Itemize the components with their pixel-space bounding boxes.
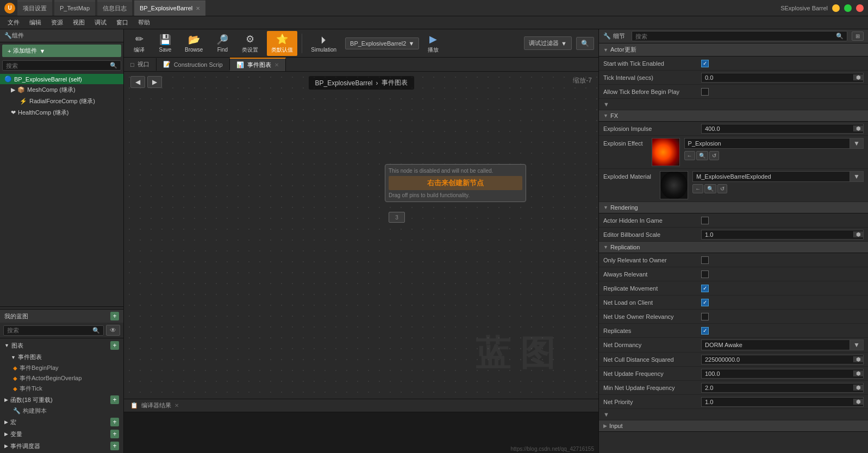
maximize-button[interactable]	[844, 4, 852, 12]
bp-category-macro[interactable]: ▶ 宏 +	[0, 416, 123, 428]
explosion-reset-icon[interactable]: ↺	[709, 151, 719, 160]
rendering-section-header[interactable]: ▼ Rendering	[599, 202, 868, 213]
tab-eventgraph[interactable]: 📊 事件图表 ✕	[230, 58, 286, 71]
browse-button[interactable]: 📂 Browse	[180, 32, 207, 55]
bp-category-eventdispatcher[interactable]: ▶ 事件调度器 +	[0, 440, 123, 452]
material-search-icon[interactable]: 🔍	[704, 184, 716, 193]
input-section-header[interactable]: ▶ Input	[599, 420, 868, 432]
bp-category-graph[interactable]: ▼ 图表 +	[0, 339, 123, 351]
global-search-button[interactable]: 🔍	[576, 37, 594, 50]
minimize-button[interactable]	[832, 4, 840, 12]
tick-interval-input[interactable]	[702, 73, 853, 82]
tab-project[interactable]: 项目设置	[17, 1, 52, 16]
fx-section-header[interactable]: ▼ FX	[599, 110, 868, 122]
min-net-input[interactable]	[702, 383, 853, 392]
net-load-checkbox[interactable]	[701, 299, 709, 306]
bp-category-functions[interactable]: ▶ 函数(18 可重载) +	[0, 394, 123, 406]
tab-barrel[interactable]: BP_ExplosiveBarrel ✕	[134, 1, 205, 16]
always-relevant-checkbox[interactable]	[701, 270, 709, 278]
explosion-search-icon[interactable]: 🔍	[696, 151, 708, 160]
output-close-icon[interactable]: ✕	[174, 402, 179, 408]
net-priority-spin-icon[interactable]: ⬢	[853, 399, 863, 405]
compile-button[interactable]: ✏ 编译	[128, 31, 150, 56]
nav-forward-button[interactable]: ▶	[147, 76, 162, 88]
bp-item-tick[interactable]: ◆ 事件Tick	[0, 383, 123, 394]
actor-hidden-checkbox[interactable]	[701, 217, 709, 224]
explosion-effect-dropdown[interactable]: P_Explosion ▼	[684, 138, 864, 149]
macro-add-button[interactable]: +	[110, 418, 119, 426]
impulse-input[interactable]	[702, 124, 853, 133]
net-priority-input[interactable]	[702, 398, 853, 406]
actor-expand-row[interactable]: ▼	[599, 99, 868, 110]
breadcrumb-root[interactable]: BP_ExplosiveBarrel	[315, 79, 372, 87]
menu-debug[interactable]: 调试	[90, 17, 111, 28]
close-button[interactable]	[856, 4, 864, 12]
replicate-movement-checkbox[interactable]	[701, 285, 709, 292]
bp-category-variables[interactable]: ▶ 变量 +	[0, 428, 123, 440]
save-button[interactable]: 💾 Save	[154, 32, 176, 55]
func-add-button[interactable]: +	[110, 395, 119, 404]
blueprint-search-input[interactable]	[4, 326, 89, 335]
only-relevant-checkbox[interactable]	[701, 256, 709, 264]
var-add-button[interactable]: +	[110, 430, 119, 438]
menu-file[interactable]: 文件	[3, 17, 24, 28]
material-left-arrow-icon[interactable]: ←	[692, 184, 703, 193]
comp-item-mesh[interactable]: ▶ 📦 MeshComp (继承)	[0, 84, 123, 96]
material-reset-icon[interactable]: ↺	[717, 184, 727, 193]
view-options-button[interactable]: 👁	[106, 325, 120, 336]
dormancy-dropdown-chevron-icon[interactable]: ▼	[850, 340, 863, 350]
blueprint-canvas[interactable]: ◀ ▶ BP_ExplosiveBarrel › 事件图表 缩放-7 This …	[124, 72, 598, 399]
actor-section-header[interactable]: ▼ Actor更新	[599, 43, 868, 56]
menu-window[interactable]: 窗口	[112, 17, 133, 28]
tick-interval-spin-icon[interactable]: ⬢	[853, 74, 863, 80]
explosion-left-arrow-icon[interactable]: ←	[684, 151, 695, 160]
blueprint-add-button[interactable]: +	[110, 312, 119, 320]
simulation-button[interactable]: ⏵ Simulation	[307, 32, 341, 55]
comp-item-health[interactable]: ❤ HealthComp (继承)	[0, 107, 123, 118]
min-net-spin-icon[interactable]: ⬢	[853, 385, 863, 391]
debug-filter-dropdown[interactable]: 调试过滤器 ▼	[524, 36, 572, 50]
menu-view[interactable]: 视图	[68, 17, 89, 28]
comp-item-radial[interactable]: ⚡ RadialForceComp (继承)	[0, 96, 123, 107]
blueprint-header[interactable]: 我的蓝图 +	[0, 310, 123, 323]
component-search-input[interactable]	[3, 61, 107, 70]
bp-instance-dropdown[interactable]: BP_ExplosiveBarrel2 ▼	[345, 37, 419, 49]
net-dormancy-dropdown[interactable]: DORM Awake ▼	[701, 339, 864, 350]
tab-log[interactable]: 信息日志	[97, 1, 132, 16]
billboard-spin-icon[interactable]: ⬢	[853, 231, 863, 237]
class-defaults-button[interactable]: ⭐ 类默认值	[267, 31, 297, 56]
net-update-spin-icon[interactable]: ⬢	[853, 370, 863, 376]
menu-resource[interactable]: 资源	[47, 17, 67, 28]
impulse-spin-icon[interactable]: ⬢	[853, 125, 863, 131]
start-tick-checkbox[interactable]	[701, 60, 709, 67]
add-component-button[interactable]: + 添加组件 ▼	[2, 45, 121, 57]
tab-viewport[interactable]: □ 视口	[124, 58, 157, 71]
allow-tick-checkbox[interactable]	[701, 88, 709, 96]
billboard-scale-input[interactable]	[702, 230, 853, 239]
class-settings-button[interactable]: ⚙ 类设置	[238, 31, 263, 56]
find-button[interactable]: 🔎 Find	[211, 32, 233, 55]
tab-map[interactable]: P_TestMap	[54, 1, 95, 16]
replication-section-header[interactable]: ▼ Replication	[599, 242, 868, 253]
exploded-material-dropdown[interactable]: M_ExplosiveBarrelExploded ▼	[692, 171, 864, 182]
details-search-input[interactable]	[632, 32, 833, 41]
bp-item-constructscript[interactable]: 🔧 构建脚本	[0, 406, 123, 416]
bp-item-overlap[interactable]: ◆ 事件ActorBeginOverlap	[0, 373, 123, 383]
graph-add-button[interactable]: +	[110, 341, 119, 350]
play-button[interactable]: ▶ 播放	[423, 31, 443, 56]
comp-item-self[interactable]: 🔵 BP_ExplosiveBarrel (self)	[0, 74, 123, 84]
bp-category-eventgraph[interactable]: ▼ 事件图表	[0, 351, 123, 363]
net-cull-spin-icon[interactable]: ⬢	[853, 356, 863, 362]
close-tab-icon[interactable]: ✕	[274, 62, 279, 68]
material-dropdown-chevron-icon[interactable]: ▼	[850, 172, 863, 181]
menu-edit[interactable]: 编辑	[25, 17, 46, 28]
net-cull-input[interactable]	[702, 355, 853, 364]
replication-expand-row[interactable]: ▼	[599, 409, 868, 420]
net-update-input[interactable]	[702, 369, 853, 378]
dispatcher-add-button[interactable]: +	[110, 442, 119, 450]
bp-item-beginplay[interactable]: ◆ 事件BeginPlay	[0, 363, 123, 373]
tab-construction[interactable]: 📝 Construction Scrip	[157, 59, 230, 70]
close-tab-icon[interactable]: ✕	[196, 5, 200, 11]
explosion-dropdown-chevron-icon[interactable]: ▼	[850, 139, 863, 148]
replicates-checkbox[interactable]	[701, 327, 709, 335]
